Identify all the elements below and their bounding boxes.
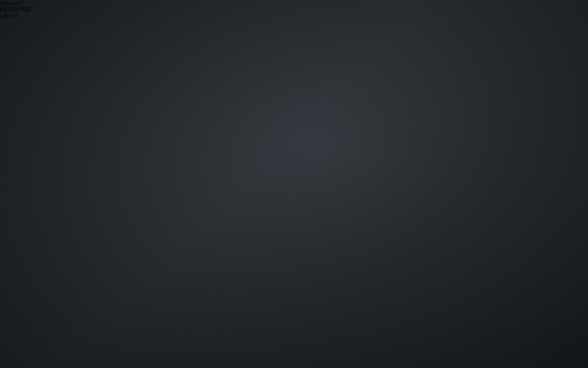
wallpaper-red-ribbon — [0, 0, 588, 368]
desktop-wallpaper: RED HAT® ENTERPRISE LINUX® — [0, 0, 588, 368]
